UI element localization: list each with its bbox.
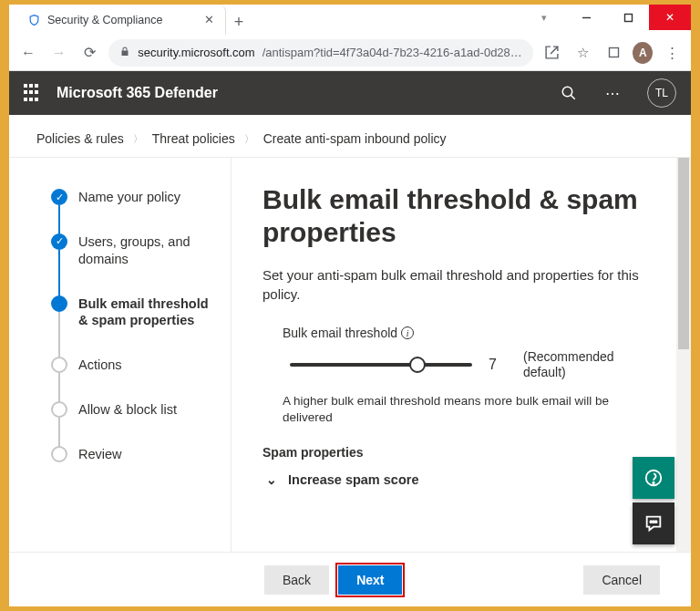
page-heading: Bulk email threshold & spam properties [262,183,660,249]
step-bulk-threshold[interactable]: Bulk email threshold & spam properties [51,295,220,357]
back-button[interactable]: Back [264,565,329,595]
breadcrumb: Policies & rules 〉 Threat policies 〉 Cre… [9,115,691,157]
more-icon[interactable]: ⋯ [598,78,627,108]
svg-point-9 [655,521,657,523]
wizard-steps: ✓ Name your policy ✓ Users, groups, and … [9,158,232,606]
threshold-block: Bulk email threshold i 7 (Recommended de… [262,326,660,427]
expander-label: Increase spam score [288,472,418,487]
help-float-button[interactable] [633,457,674,499]
next-button[interactable]: Next [338,565,402,595]
breadcrumb-current: Create anti-spam inbound policy [263,131,447,146]
info-icon[interactable]: i [401,326,414,339]
page-subheading: Set your anti-spam bulk email threshold … [262,265,645,304]
url-host: security.microsoft.com [138,46,254,59]
threshold-value: 7 [489,357,507,373]
nav-forward-button: → [47,40,71,66]
url-box[interactable]: security.microsoft.com/antispam?tid=4f73… [108,39,532,67]
minimize-button[interactable] [565,5,607,30]
feedback-float-button[interactable] [633,502,674,544]
star-icon[interactable]: ☆ [571,40,595,66]
wizard-body: ✓ Name your policy ✓ Users, groups, and … [9,157,691,606]
expander-increase-spam-score[interactable]: ⌄ Increase spam score [262,472,660,487]
breadcrumb-link[interactable]: Policies & rules [36,131,124,146]
app-title: Microsoft 365 Defender [57,85,218,101]
check-icon: ✓ [51,189,67,205]
threshold-label: Bulk email threshold i [283,326,414,340]
step-allow-block[interactable]: Allow & block list [51,401,220,446]
chevron-down-icon[interactable]: ▾ [523,5,565,30]
wizard-footer: Back Next Cancel [9,552,691,606]
current-step-icon [51,295,67,312]
todo-step-icon [51,446,67,462]
nav-reload-button[interactable]: ⟳ [78,40,102,66]
step-review[interactable]: Review [51,446,220,491]
slider-thumb[interactable] [409,357,426,373]
nav-back-button[interactable]: ← [16,40,40,66]
close-icon[interactable]: ✕ [204,13,214,26]
app-header: Microsoft 365 Defender ⋯ TL [9,71,691,115]
svg-rect-2 [609,48,618,57]
chevron-down-icon: ⌄ [266,472,277,487]
new-tab-button[interactable]: + [226,9,252,35]
cancel-button[interactable]: Cancel [583,565,660,595]
breadcrumb-link[interactable]: Threat policies [152,131,235,146]
browser-tab[interactable]: Security & Compliance ✕ [16,5,226,35]
svg-point-3 [562,87,572,97]
share-icon[interactable] [540,40,564,66]
address-bar: ← → ⟳ security.microsoft.com/antispam?ti… [9,35,691,71]
todo-step-icon [51,401,67,418]
svg-rect-1 [624,14,632,21]
window-controls: ▾ ✕ [523,5,691,30]
scrollbar-thumb[interactable] [678,158,689,349]
waffle-icon[interactable] [24,84,42,102]
svg-line-4 [571,95,575,99]
threshold-hint: (Recommended default) [523,349,633,380]
svg-point-8 [653,521,654,523]
threshold-slider-row: 7 (Recommended default) [283,349,660,380]
scrollbar[interactable] [676,158,691,552]
chevron-right-icon: 〉 [133,132,143,146]
svg-point-7 [650,521,652,523]
extensions-icon[interactable] [602,40,625,66]
window-close-button[interactable]: ✕ [649,5,691,30]
step-users-groups[interactable]: ✓ Users, groups, and domains [51,233,220,295]
profile-avatar[interactable]: A [633,42,653,64]
step-name-policy[interactable]: ✓ Name your policy [51,189,220,233]
tab-title: Security & Compliance [47,14,197,26]
tabstrip: Security & Compliance ✕ + [9,5,252,35]
check-icon: ✓ [51,233,67,250]
user-avatar[interactable]: TL [647,78,676,108]
threshold-slider[interactable] [290,356,472,374]
search-icon[interactable] [554,78,583,108]
titlebar: Security & Compliance ✕ + ▾ ✕ [9,5,691,35]
maximize-button[interactable] [607,5,649,30]
shield-icon [27,14,40,26]
lock-icon [119,46,130,60]
spam-properties-heading: Spam properties [262,445,660,460]
url-path: /antispam?tid=4f73a04d-7b23-4216-a1ad-0d… [262,46,522,59]
threshold-help: A higher bulk email threshold means more… [283,393,660,428]
wizard-content: Bulk email threshold & spam properties S… [232,158,691,606]
todo-step-icon [51,357,67,373]
svg-point-6 [653,482,654,483]
step-actions[interactable]: Actions [51,357,220,401]
browser-window: Security & Compliance ✕ + ▾ ✕ ← → ⟳ secu… [9,5,691,606]
menu-icon[interactable]: ⋮ [660,40,684,66]
chevron-right-icon: 〉 [244,132,254,146]
